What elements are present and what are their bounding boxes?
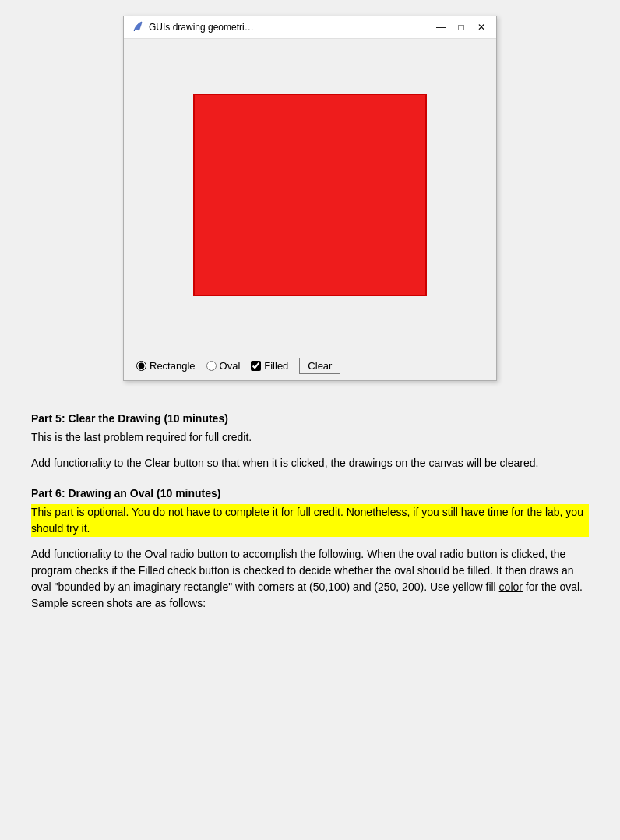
clear-button[interactable]: Clear bbox=[299, 358, 340, 374]
oval-radio-label[interactable]: Oval bbox=[220, 360, 241, 372]
minimize-button[interactable]: — bbox=[434, 21, 448, 34]
window-title: GUIs drawing geometri… bbox=[149, 22, 254, 33]
canvas-area bbox=[124, 39, 496, 351]
app-icon bbox=[132, 21, 144, 34]
rectangle-radio[interactable] bbox=[136, 361, 146, 371]
rectangle-radio-group: Rectangle bbox=[136, 360, 196, 372]
part5-body: Add functionality to the Clear button so… bbox=[31, 455, 589, 471]
part6-highlight: This part is optional. You do not have t… bbox=[31, 504, 589, 537]
title-bar-left: GUIs drawing geometri… bbox=[132, 21, 254, 34]
app-window: GUIs drawing geometri… — □ ✕ Rectangle O… bbox=[123, 16, 497, 381]
document-content: Part 5: Clear the Drawing (10 minutes) T… bbox=[16, 404, 604, 629]
color-underline: color bbox=[499, 581, 523, 593]
title-bar-controls: — □ ✕ bbox=[434, 21, 488, 34]
drawn-rectangle bbox=[193, 94, 427, 296]
part6-heading: Part 6: Drawing an Oval (10 minutes) bbox=[31, 487, 589, 499]
drawing-canvas[interactable] bbox=[139, 55, 481, 335]
oval-radio-group: Oval bbox=[206, 360, 241, 372]
controls-bar: Rectangle Oval Filled Clear bbox=[124, 351, 496, 380]
filled-checkbox-group: Filled bbox=[251, 360, 288, 372]
part6-body: Add functionality to the Oval radio butt… bbox=[31, 546, 589, 612]
rectangle-radio-label[interactable]: Rectangle bbox=[150, 360, 196, 372]
part5-heading: Part 5: Clear the Drawing (10 minutes) bbox=[31, 412, 589, 425]
filled-checkbox-label[interactable]: Filled bbox=[264, 360, 288, 372]
maximize-button[interactable]: □ bbox=[454, 21, 468, 34]
title-bar: GUIs drawing geometri… — □ ✕ bbox=[124, 16, 496, 39]
oval-radio[interactable] bbox=[206, 361, 217, 371]
part5-intro: This is the last problem required for fu… bbox=[31, 429, 589, 446]
filled-checkbox[interactable] bbox=[251, 361, 261, 371]
close-button[interactable]: ✕ bbox=[474, 21, 488, 34]
